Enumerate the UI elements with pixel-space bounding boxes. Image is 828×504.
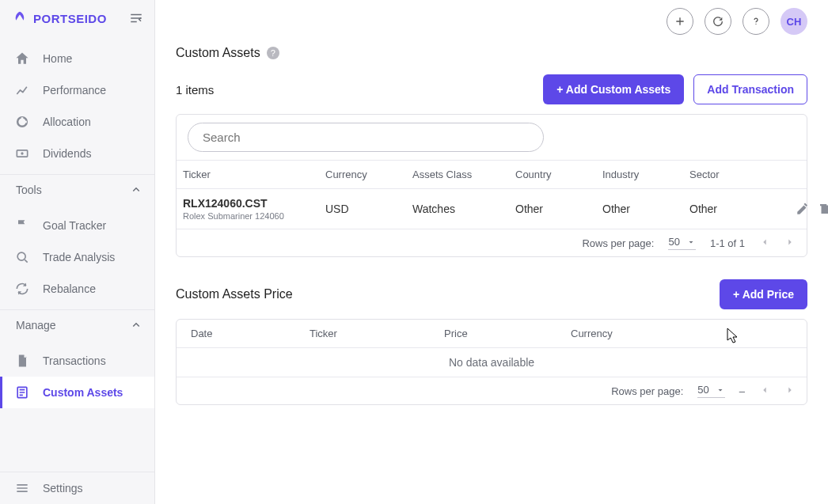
prices-table-header: Date Ticker Price Currency <box>177 320 807 348</box>
pager-range: – <box>739 385 745 397</box>
table-row: RLX124060.CST Rolex Submariner 124060 US… <box>177 189 807 229</box>
menu-icon <box>14 480 30 496</box>
sidebar: PORTSEIDO Home Performance Allocation Di… <box>0 0 155 504</box>
logo-icon <box>11 9 28 27</box>
pager-per-page[interactable]: 50 <box>668 236 695 250</box>
section-tools[interactable]: Tools <box>0 174 154 205</box>
search-icon <box>14 249 30 265</box>
page-title-row: Custom Assets ? <box>176 46 807 60</box>
sidebar-item-label: Dividends <box>43 147 91 160</box>
items-count: 1 items <box>176 83 214 97</box>
row-industry: Other <box>602 203 689 215</box>
sidebar-item-label: Rebalance <box>43 282 96 295</box>
add-button[interactable] <box>667 8 693 35</box>
menu-toggle-icon[interactable] <box>129 11 143 25</box>
sidebar-item-allocation[interactable]: Allocation <box>0 106 154 138</box>
pager-label: Rows per page: <box>611 385 683 397</box>
home-icon <box>14 51 30 66</box>
assets-pager: Rows per page: 50 1-1 of 1 <box>177 229 807 256</box>
svg-point-3 <box>17 252 25 260</box>
money-icon <box>14 146 30 161</box>
add-custom-assets-button[interactable]: + Add Custom Assets <box>543 74 684 104</box>
col-date: Date <box>191 328 310 339</box>
row-currency: USD <box>325 203 412 215</box>
search-input[interactable] <box>188 123 544 152</box>
section-label: Manage <box>16 319 56 332</box>
sidebar-item-label: Settings <box>43 482 83 495</box>
add-price-button[interactable]: + Add Price <box>720 279 807 309</box>
avatar[interactable]: CH <box>781 8 807 35</box>
section-manage[interactable]: Manage <box>0 309 154 340</box>
pager-next[interactable] <box>784 385 796 398</box>
delete-icon[interactable] <box>818 202 828 216</box>
flag-icon <box>14 218 30 233</box>
col-currency: Currency <box>325 169 412 180</box>
row-sub: Rolex Submariner 124060 <box>183 211 325 221</box>
pager-per-page[interactable]: 50 <box>697 384 724 398</box>
actions-row: 1 items + Add Custom Assets Add Transact… <box>176 74 807 104</box>
donut-icon <box>14 114 30 130</box>
main: CH Custom Assets ? 1 items + Add Custom … <box>155 0 828 504</box>
sidebar-item-label: Goal Tracker <box>43 219 106 232</box>
col-class: Assets Class <box>412 169 515 180</box>
sidebar-item-label: Trade Analysis <box>43 251 115 263</box>
sidebar-item-rebalance[interactable]: Rebalance <box>0 273 154 305</box>
help-button[interactable] <box>743 8 769 35</box>
sidebar-item-trade-analysis[interactable]: Trade Analysis <box>0 241 154 273</box>
col-currency2: Currency <box>571 328 769 339</box>
col-ticker: Ticker <box>183 169 325 180</box>
pager-range: 1-1 of 1 <box>710 237 745 249</box>
sidebar-item-home[interactable]: Home <box>0 43 154 74</box>
pager-prev[interactable] <box>759 237 770 250</box>
plus-icon <box>674 15 686 28</box>
page-help-icon[interactable]: ? <box>267 47 279 59</box>
nav-manage: Transactions Custom Assets <box>0 340 154 413</box>
sidebar-item-label: Custom Assets <box>43 386 123 399</box>
row-ticker: RLX124060.CST <box>183 197 325 210</box>
sidebar-item-label: Home <box>43 52 72 65</box>
prices-pager: Rows per page: 50 – <box>177 377 807 404</box>
sidebar-item-transactions[interactable]: Transactions <box>0 345 154 377</box>
nav-tools: Goal Tracker Trade Analysis Rebalance <box>0 205 154 309</box>
section-label: Tools <box>16 184 42 196</box>
sidebar-item-label: Transactions <box>43 354 106 367</box>
add-transaction-button[interactable]: Add Transaction <box>693 74 807 104</box>
svg-point-2 <box>21 152 23 154</box>
svg-point-5 <box>755 24 756 25</box>
sidebar-item-performance[interactable]: Performance <box>0 74 154 106</box>
row-country: Other <box>515 203 602 215</box>
sidebar-item-custom-assets[interactable]: Custom Assets <box>0 377 154 408</box>
sidebar-header: PORTSEIDO <box>0 0 154 38</box>
col-industry: Industry <box>602 169 689 180</box>
prices-title: Custom Assets Price <box>176 287 293 301</box>
row-sector: Other <box>689 203 784 215</box>
pager-prev[interactable] <box>759 385 770 398</box>
chevron-up-icon <box>129 318 143 332</box>
brand-text: PORTSEIDO <box>33 12 107 25</box>
chevron-down-icon <box>716 385 725 395</box>
chevron-up-icon <box>129 183 143 197</box>
edit-icon[interactable] <box>796 202 810 216</box>
refresh-button[interactable] <box>705 8 731 35</box>
top-bar: CH <box>176 0 807 40</box>
logo[interactable]: PORTSEIDO <box>11 9 107 27</box>
cycle-icon <box>14 281 30 297</box>
doc-icon <box>14 353 30 369</box>
page-title: Custom Assets <box>176 46 260 60</box>
prices-empty: No data available <box>177 348 807 377</box>
sidebar-item-goal-tracker[interactable]: Goal Tracker <box>0 210 154 241</box>
prices-header-row: Custom Assets Price + Add Price <box>176 279 807 309</box>
col-country: Country <box>515 169 602 180</box>
chart-icon <box>14 82 30 98</box>
pager-next[interactable] <box>784 237 796 250</box>
assets-card: Ticker Currency Assets Class Country Ind… <box>176 114 807 257</box>
sidebar-item-label: Performance <box>43 84 106 97</box>
sidebar-item-dividends[interactable]: Dividends <box>0 138 154 169</box>
sidebar-item-settings[interactable]: Settings <box>0 472 154 504</box>
pager-label: Rows per page: <box>582 237 654 249</box>
sidebar-item-label: Allocation <box>43 116 91 128</box>
refresh-icon <box>712 15 724 28</box>
custom-icon <box>14 385 30 400</box>
row-class: Watches <box>412 203 515 215</box>
assets-table-header: Ticker Currency Assets Class Country Ind… <box>177 160 807 189</box>
